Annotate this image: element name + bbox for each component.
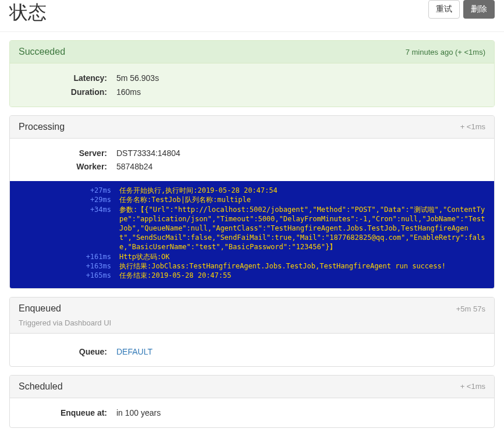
console-timestamp: +161ms <box>18 252 119 261</box>
server-value: DST73334:14804 <box>116 147 180 161</box>
console-timestamp: +34ms <box>18 205 119 252</box>
panel-timestamp: + <1ms <box>460 122 485 131</box>
console-row: +27ms任务开始执行,执行时间:2019-05-28 20:47:54 <box>18 186 486 195</box>
console-message: Http状态码:OK <box>119 252 486 261</box>
latency-value: 5m 56.903s <box>116 72 159 86</box>
panel-timestamp: 7 minutes ago (+ <1ms) <box>406 48 485 56</box>
latency-label: Latency: <box>19 72 116 86</box>
console-timestamp: +163ms <box>18 261 119 271</box>
retry-button[interactable]: 重试 <box>428 0 460 19</box>
panel-scheduled: Scheduled + <1ms Enqueue at: in 100 year… <box>9 375 495 428</box>
console-row: +165ms任务结束:2019-05-28 20:47:55 <box>18 271 486 280</box>
panel-title: Processing <box>19 122 65 132</box>
header-actions: 重试 删除 <box>428 0 495 19</box>
scheduled-details: Enqueue at: in 100 years <box>10 398 494 427</box>
enqueue-at-value: in 100 years <box>116 406 161 420</box>
console-timestamp: +165ms <box>18 271 119 280</box>
panel-timestamp: +5m 57s <box>456 304 485 313</box>
enqueue-at-label: Enqueue at: <box>19 406 116 420</box>
panel-header: Scheduled + <1ms <box>10 376 494 398</box>
console-row: +29ms任务名称:TestJob|队列名称:multiple <box>18 195 486 204</box>
duration-value: 160ms <box>116 86 141 100</box>
delete-button[interactable]: 删除 <box>463 0 495 19</box>
console-row: +34ms参数:【{"Url":"http://localhost:5002/j… <box>18 205 486 252</box>
console-message: 执行结果:JobClass:TestHangfireAgent.Jobs.Tes… <box>119 261 486 271</box>
page-title: 状态 <box>9 0 47 26</box>
duration-label: Duration: <box>19 86 116 100</box>
succeeded-details: Latency: 5m 56.903s Duration: 160ms <box>10 63 494 107</box>
console-message: 参数:【{"Url":"http://localhost:5002/jobage… <box>119 205 486 252</box>
console-row: +163ms执行结果:JobClass:TestHangfireAgent.Jo… <box>18 261 486 271</box>
panel-processing: Processing + <1ms Server: DST73334:14804… <box>9 115 495 289</box>
console-timestamp: +29ms <box>18 195 119 204</box>
console-message: 任务开始执行,执行时间:2019-05-28 20:47:54 <box>119 186 486 195</box>
worker-value: 58748b24 <box>116 160 152 174</box>
server-label: Server: <box>19 147 116 161</box>
enqueued-details: Queue: DEFAULT <box>10 337 494 366</box>
worker-label: Worker: <box>19 160 116 174</box>
panel-header: Processing + <1ms <box>10 116 494 139</box>
panel-title: Scheduled <box>19 381 63 392</box>
queue-link[interactable]: DEFAULT <box>116 347 152 356</box>
panel-succeeded: Succeeded 7 minutes ago (+ <1ms) Latency… <box>9 40 495 107</box>
panel-enqueued: Enqueued +5m 57s Triggered via Dashboard… <box>9 297 495 367</box>
panel-timestamp: + <1ms <box>460 382 485 391</box>
console-timestamp: +27ms <box>18 186 119 195</box>
console-message: 任务名称:TestJob|队列名称:multiple <box>119 195 486 204</box>
panel-title: Succeeded <box>19 47 65 57</box>
page-header: 状态 重试 删除 <box>0 0 504 32</box>
panel-title: Enqueued <box>19 303 61 314</box>
panel-header: Succeeded 7 minutes ago (+ <1ms) <box>10 41 494 63</box>
console-message: 任务结束:2019-05-28 20:47:55 <box>119 271 486 280</box>
enqueued-reason: Triggered via Dashboard UI <box>10 316 494 334</box>
console-output: +27ms任务开始执行,执行时间:2019-05-28 20:47:54+29m… <box>10 181 494 288</box>
queue-label: Queue: <box>19 345 116 359</box>
console-row: +161msHttp状态码:OK <box>18 252 486 261</box>
processing-details: Server: DST73334:14804 Worker: 58748b24 <box>10 139 494 182</box>
